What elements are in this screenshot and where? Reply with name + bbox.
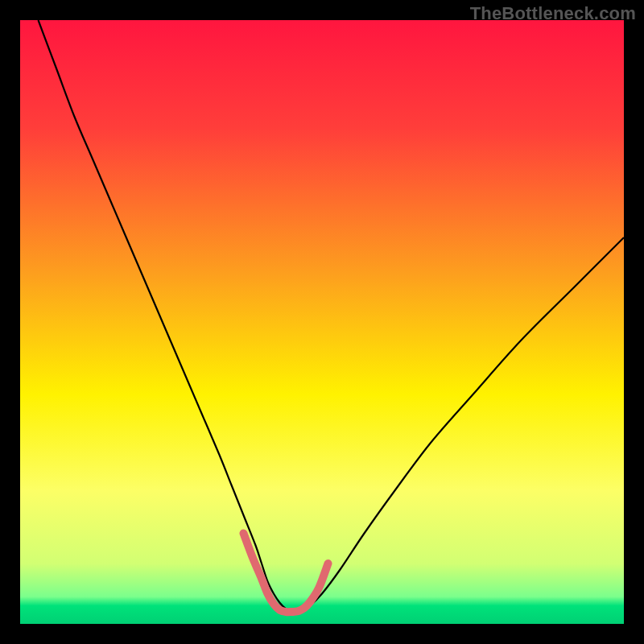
- bottleneck-chart: [20, 20, 624, 624]
- gradient-background: [20, 20, 624, 624]
- chart-container: TheBottleneck.com: [0, 0, 644, 644]
